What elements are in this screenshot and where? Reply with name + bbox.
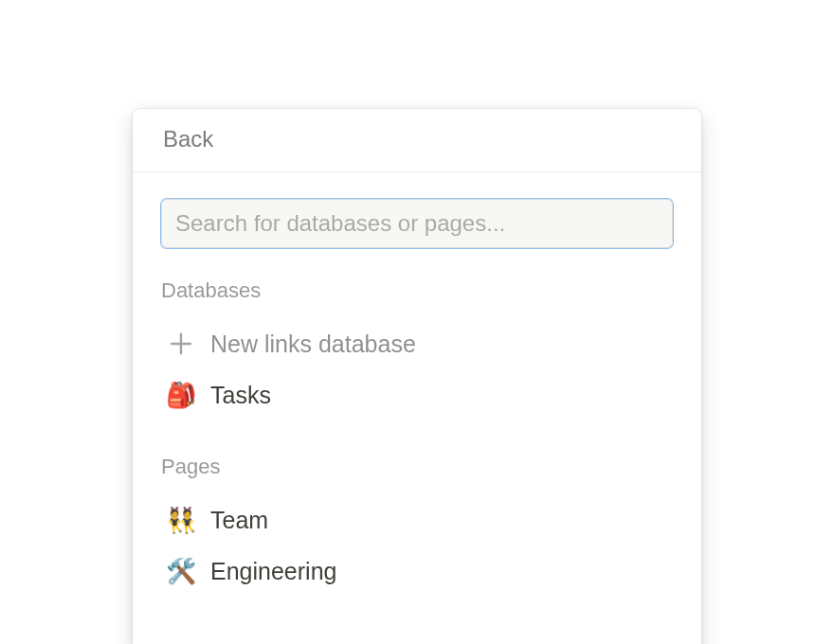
pages-list: 👯 Team 🛠️ Engineering [161, 494, 673, 597]
backpack-icon: 🎒 [165, 379, 197, 411]
item-label: Tasks [210, 382, 271, 409]
databases-section-label: Databases [161, 278, 673, 303]
search-wrapper [161, 199, 673, 248]
new-links-database-item[interactable]: New links database [161, 318, 673, 369]
database-picker-popup: Back Databases New links database 🎒 T [133, 109, 701, 644]
popup-content: Databases New links database 🎒 Tasks Pag… [133, 172, 701, 644]
page-item-team[interactable]: 👯 Team [161, 494, 673, 546]
item-label: New links database [210, 331, 416, 358]
back-button[interactable]: Back [163, 126, 671, 152]
popup-header: Back [133, 109, 701, 172]
people-icon: 👯 [165, 504, 197, 536]
plus-icon [165, 328, 197, 360]
item-label: Team [210, 507, 268, 534]
search-input[interactable] [161, 199, 673, 248]
pages-section-label: Pages [161, 455, 673, 479]
item-label: Engineering [210, 558, 336, 585]
tools-icon: 🛠️ [165, 555, 197, 587]
page-item-engineering[interactable]: 🛠️ Engineering [161, 546, 673, 597]
database-item-tasks[interactable]: 🎒 Tasks [161, 369, 673, 420]
databases-list: New links database 🎒 Tasks [161, 318, 673, 420]
